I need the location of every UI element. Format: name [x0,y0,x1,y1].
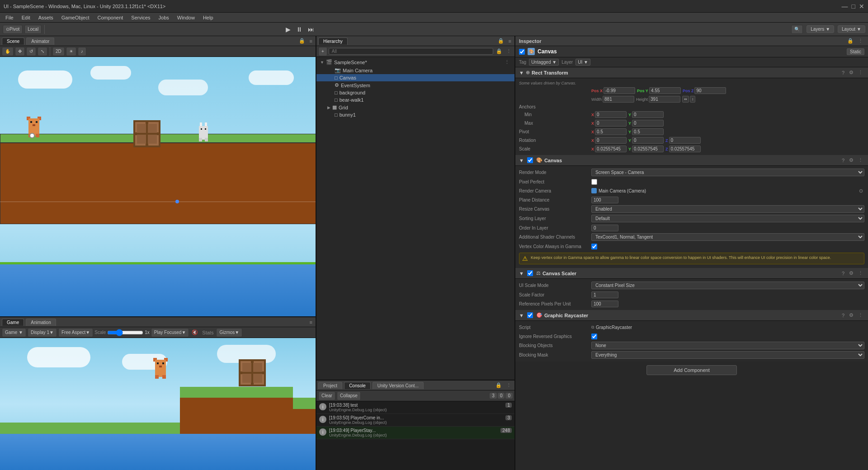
plane-distance-input[interactable] [591,197,618,203]
scaler-dots-icon[interactable]: ⋮ [857,270,864,277]
display-dropdown[interactable]: Display 1 ▼ [28,328,57,337]
tab-unity-version[interactable]: Unity Version Cont... [373,382,424,389]
aspect-ratio-dropdown[interactable]: Free Aspect ▼ [58,328,93,337]
anchor-max-x-input[interactable] [595,120,627,127]
layer-dropdown[interactable]: UI ▼ [576,59,590,66]
canvas-scaler-header[interactable]: ▼ ⚖ Canvas Scaler ? ⚙ ⋮ [515,268,868,279]
menu-window[interactable]: Window [174,14,198,21]
hierarchy-scene-root[interactable]: ▼ 🎬 SampleScene* ⋮ [316,58,514,66]
close-btn[interactable]: ✕ [859,3,864,10]
render-mode-dropdown[interactable]: Screen Space - Camera [591,169,864,176]
2d-toggle[interactable]: 2D [52,47,65,56]
graphic-raycaster-header[interactable]: ▼ 🎯 Graphic Raycaster ? ⚙ ⋮ [515,310,868,321]
tab-scene[interactable]: Scene [2,38,24,45]
static-button[interactable]: Static [847,48,864,55]
scene-lock-icon[interactable]: 🔒 [297,38,307,44]
scale-tool[interactable]: ⤡ [38,47,47,56]
pos-y-input[interactable] [649,87,681,94]
local-button[interactable]: Local [24,25,42,34]
scaler-enabled-checkbox[interactable] [527,270,533,276]
console-entry-2[interactable]: i [19:03:50] PlayerCome in... UnityEngin… [316,414,514,427]
game-menu-icon[interactable]: ≡ [308,319,314,325]
scale-slider[interactable] [107,329,143,336]
scene-menu-icon[interactable]: ≡ [308,38,314,44]
stats-btn[interactable]: Stats [201,329,215,336]
tab-animation[interactable]: Animation [26,319,56,326]
tab-console[interactable]: Console [344,382,371,389]
height-input[interactable] [649,96,680,103]
sorting-layer-dropdown[interactable]: Default [591,215,864,222]
menu-component[interactable]: Component [94,14,127,21]
scale-factor-input[interactable] [591,291,618,298]
hierarchy-add-btn[interactable]: + [318,47,327,56]
link-btn-2[interactable]: ↕ [690,96,695,103]
menu-gameobject[interactable]: GameObject [58,14,93,21]
hierarchy-search[interactable] [329,48,493,55]
pause-button[interactable]: ⏸ [294,25,304,34]
ui-scale-mode-dropdown[interactable]: Constant Pixel Size [591,282,864,289]
link-btn-1[interactable]: ⇔ [682,96,689,103]
hierarchy-dots-icon[interactable]: ⋮ [505,48,513,55]
tab-animator[interactable]: Animator [26,38,54,45]
rect-help-icon[interactable]: ? [840,69,846,76]
clear-btn[interactable]: Clear [318,391,335,400]
scale-x-input[interactable] [595,146,627,152]
canvas-enabled-checkbox[interactable] [527,157,533,163]
list-item[interactable]: 📷 Main Camera [316,66,514,74]
blocking-mask-dropdown[interactable]: Everything [591,351,864,359]
tab-project[interactable]: Project [318,382,342,389]
rotation-z-input[interactable] [669,137,701,144]
anchor-max-y-input[interactable] [632,120,664,127]
anchor-min-x-input[interactable] [595,111,627,118]
menu-file[interactable]: File [2,14,17,21]
console-entry-3[interactable]: i [19:03:49] PlayerStay... UnityEngine.D… [316,427,514,439]
rotation-y-input[interactable] [632,137,664,144]
render-camera-pick-icon[interactable]: ⊙ [858,188,864,194]
raycaster-help-icon[interactable]: ? [840,312,846,319]
menu-services[interactable]: Services [127,14,154,21]
pivot-y-input[interactable] [632,128,664,135]
play-button[interactable]: ▶ [284,25,292,34]
collapse-btn[interactable]: Collapse [337,391,361,400]
scale-z-input[interactable] [669,146,701,152]
pos-z-input[interactable] [694,87,726,94]
move-tool[interactable]: ✥ [15,47,25,56]
console-entry-1[interactable]: i [19:03:38] test UnityEngine.Debug.Log … [316,401,514,414]
scaler-settings-icon[interactable]: ⚙ [848,270,855,277]
shader-channels-dropdown[interactable]: TexCoord1, Normal, Tangent [591,233,864,241]
scene-menu-btn[interactable]: ⋮ [503,59,511,66]
scene-view[interactable] [0,57,316,316]
canvas-dots2-icon[interactable]: ⋮ [857,157,864,164]
scaler-help-icon[interactable]: ? [840,270,846,277]
console-lock-icon[interactable]: 🔒 [494,382,503,389]
gizmos-dropdown[interactable]: Gizmos ▼ [216,328,242,337]
menu-help[interactable]: Help [199,14,217,21]
rotation-x-input[interactable] [595,137,627,144]
hierarchy-lock2-icon[interactable]: 🔒 [495,48,504,55]
order-in-layer-input[interactable] [591,225,618,231]
canvas-help-icon[interactable]: ? [840,157,846,164]
list-item[interactable]: □ background [316,89,514,96]
lighting-toggle[interactable]: ☀ [66,47,76,56]
pixel-perfect-checkbox[interactable] [591,179,597,185]
tab-game[interactable]: Game [2,319,24,326]
search-button[interactable]: 🔍 [791,25,803,34]
ignore-reversed-checkbox[interactable] [591,334,597,339]
inspector-lock-icon[interactable]: 🔒 [846,38,855,44]
anchor-min-y-input[interactable] [632,111,664,118]
vertex-gamma-checkbox[interactable] [591,244,597,249]
list-item[interactable]: □ Canvas [316,74,514,81]
layout-button[interactable]: Layout ▼ [838,25,865,33]
hand-tool[interactable]: ✋ [2,47,14,56]
canvas-component-header[interactable]: ▼ 🎨 Canvas ? ⚙ ⋮ [515,155,868,166]
list-item[interactable]: □ bunny1 [316,111,514,118]
layers-button[interactable]: Layers ▼ [807,25,834,33]
tab-hierarchy[interactable]: Hierarchy [318,38,348,45]
list-item[interactable]: ▶ ▦ Grid [316,103,514,111]
blocking-objects-dropdown[interactable]: None [591,342,864,349]
raycaster-dots-icon[interactable]: ⋮ [857,312,864,319]
rotate-tool[interactable]: ↺ [26,47,36,56]
audio-toggle[interactable]: ♪ [78,47,86,56]
console-dots-icon[interactable]: ⋮ [505,382,513,389]
pos-x-input[interactable] [604,87,635,94]
